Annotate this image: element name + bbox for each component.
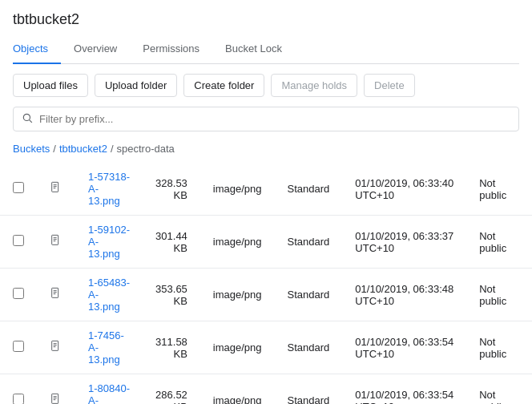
table-row: 1-65483-A-13.png 353.65KB image/png Stan… (0, 269, 532, 321)
file-storage-cell: Standard (275, 163, 343, 216)
file-access-cell: Not public (466, 374, 532, 405)
tab-permissions[interactable]: Permissions (130, 34, 212, 64)
tab-bar: Objects Overview Permissions Bucket Lock (13, 34, 519, 64)
file-access-cell: Not public (466, 269, 532, 321)
file-icon-cell (37, 269, 75, 321)
file-name-cell: 1-7456-A-13.png (75, 321, 143, 374)
file-doc-icon (50, 342, 62, 355)
svg-rect-18 (52, 394, 58, 403)
row-checkbox[interactable] (13, 182, 24, 193)
file-type-cell: image/png (200, 269, 275, 321)
upload-files-button[interactable]: Upload files (13, 74, 88, 97)
file-name-cell: 1-59102-A-13.png (75, 216, 143, 269)
file-storage-cell: Standard (275, 216, 343, 269)
svg-rect-10 (52, 288, 58, 297)
file-access-cell: Not public (466, 321, 532, 374)
breadcrumb-folder: spectro-data (117, 143, 175, 155)
svg-rect-6 (52, 235, 58, 244)
file-icon-cell (37, 216, 75, 269)
file-name-link[interactable]: 1-59102-A-13.png (88, 224, 130, 260)
file-icon-cell (37, 163, 75, 216)
files-table: 1-57318-A-13.png 328.53KB image/png Stan… (0, 163, 532, 404)
file-storage-cell: Standard (275, 269, 343, 321)
delete-button: Delete (364, 74, 415, 97)
breadcrumb: Buckets / tbtbucket2 / spectro-data (0, 138, 532, 163)
file-name-cell: 1-65483-A-13.png (75, 269, 143, 321)
page-header: tbtbucket2 Objects Overview Permissions … (0, 0, 532, 64)
file-doc-icon (50, 184, 62, 196)
svg-line-1 (30, 120, 32, 123)
file-size-cell: 328.53KB (143, 163, 200, 216)
breadcrumb-buckets-link[interactable]: Buckets (13, 143, 50, 155)
svg-rect-2 (52, 182, 58, 192)
svg-rect-14 (52, 341, 58, 350)
upload-folder-button[interactable]: Upload folder (95, 74, 177, 97)
breadcrumb-separator-1: / (53, 143, 56, 155)
file-name-link[interactable]: 1-65483-A-13.png (88, 277, 130, 313)
row-checkbox[interactable] (13, 235, 24, 246)
svg-point-0 (23, 114, 30, 120)
file-icon-cell (37, 321, 75, 374)
file-name-cell: 1-80840-A-13.png (75, 374, 143, 405)
file-date-cell: 01/10/2019, 06:33:40UTC+10 (342, 163, 466, 216)
row-checkbox-cell (0, 163, 37, 216)
table-row: 1-80840-A-13.png 286.52KB image/png Stan… (0, 374, 532, 405)
search-icon (22, 112, 33, 126)
file-date-cell: 01/10/2019, 06:33:48UTC+10 (342, 269, 466, 321)
row-checkbox[interactable] (13, 341, 24, 352)
file-type-cell: image/png (200, 216, 275, 269)
manage-holds-button: Manage holds (271, 74, 357, 97)
table-row: 1-59102-A-13.png 301.44KB image/png Stan… (0, 216, 532, 269)
file-type-cell: image/png (200, 163, 275, 216)
file-access-cell: Not public (466, 216, 532, 269)
search-bar (13, 107, 519, 131)
breadcrumb-separator-2: / (111, 143, 114, 155)
file-size-cell: 286.52KB (143, 374, 200, 405)
table-row: 1-57318-A-13.png 328.53KB image/png Stan… (0, 163, 532, 216)
file-date-cell: 01/10/2019, 06:33:54UTC+10 (342, 374, 466, 405)
table-row: 1-7456-A-13.png 311.58KB image/png Stand… (0, 321, 532, 374)
file-storage-cell: Standard (275, 321, 343, 374)
file-doc-icon (50, 236, 62, 249)
tab-overview[interactable]: Overview (61, 34, 130, 64)
create-folder-button[interactable]: Create folder (183, 74, 264, 97)
page-title: tbtbucket2 (13, 11, 519, 28)
row-checkbox-cell (0, 321, 37, 374)
file-access-cell: Not public (466, 163, 532, 216)
tab-objects[interactable]: Objects (13, 34, 61, 64)
row-checkbox[interactable] (13, 394, 24, 404)
row-checkbox-cell (0, 269, 37, 321)
row-checkbox-cell (0, 374, 37, 405)
file-name-cell: 1-57318-A-13.png (75, 163, 143, 216)
file-name-link[interactable]: 1-57318-A-13.png (88, 171, 130, 207)
file-name-link[interactable]: 1-80840-A-13.png (88, 382, 130, 404)
file-date-cell: 01/10/2019, 06:33:37UTC+10 (342, 216, 466, 269)
file-doc-icon (50, 289, 62, 302)
row-checkbox[interactable] (13, 288, 24, 299)
file-size-cell: 301.44KB (143, 216, 200, 269)
row-checkbox-cell (0, 216, 37, 269)
file-type-cell: image/png (200, 374, 275, 405)
tab-bucket-lock[interactable]: Bucket Lock (212, 34, 295, 64)
file-doc-icon (50, 395, 62, 404)
search-input[interactable] (39, 113, 510, 125)
file-size-cell: 353.65KB (143, 269, 200, 321)
toolbar: Upload files Upload folder Create folder… (0, 64, 532, 107)
file-icon-cell (37, 374, 75, 405)
file-storage-cell: Standard (275, 374, 343, 405)
file-date-cell: 01/10/2019, 06:33:54UTC+10 (342, 321, 466, 374)
file-size-cell: 311.58KB (143, 321, 200, 374)
breadcrumb-bucket-link[interactable]: tbtbucket2 (59, 143, 107, 155)
file-name-link[interactable]: 1-7456-A-13.png (88, 329, 124, 366)
file-type-cell: image/png (200, 321, 275, 374)
